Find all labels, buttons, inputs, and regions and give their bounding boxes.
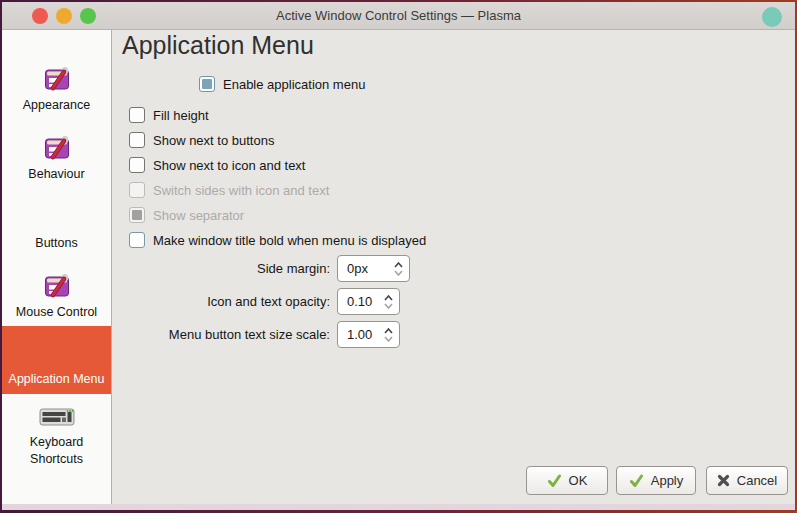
apply-button-label: Apply — [651, 473, 684, 488]
window-tool-icon — [42, 271, 72, 301]
menu-text-scale-label: Menu button text size scale: — [112, 327, 337, 342]
application-menu-panel: Application Menu Enable application menu… — [112, 30, 795, 504]
close-icon — [717, 474, 730, 487]
icon-text-opacity-label: Icon and text opacity: — [112, 294, 337, 309]
checkbox-fill-height[interactable]: Fill height — [129, 107, 209, 123]
window-content: Appearance Behaviour Bu — [2, 30, 795, 504]
sidebar-item-label: Behaviour — [28, 167, 84, 181]
spin-down-icon[interactable] — [384, 336, 393, 342]
checkbox-unchecked-icon[interactable] — [129, 232, 145, 248]
menu-text-scale-row: Menu button text size scale: 1.00 — [112, 321, 400, 348]
user-indicator-icon[interactable] — [762, 7, 782, 27]
checkbox-checked-icon[interactable] — [199, 76, 215, 92]
spin-up-icon[interactable] — [394, 262, 403, 268]
checkbox-unchecked-icon[interactable] — [129, 157, 145, 173]
checkbox-label: Enable application menu — [223, 77, 365, 92]
check-icon — [547, 474, 562, 488]
sidebar-item-keyboard-shortcuts[interactable]: Keyboard Shortcuts — [2, 406, 111, 468]
checkbox-unchecked-icon — [129, 182, 145, 198]
checkbox-unchecked-icon[interactable] — [129, 107, 145, 123]
side-margin-spinner[interactable]: 0px — [337, 255, 410, 282]
keyboard-icon — [39, 406, 75, 428]
sidebar: Appearance Behaviour Bu — [2, 30, 112, 504]
sidebar-item-label: Buttons — [35, 236, 77, 250]
icon-text-opacity-spinner[interactable]: 0.10 — [337, 288, 400, 315]
side-margin-label: Side margin: — [112, 261, 337, 276]
sidebar-item-mouse-control[interactable]: Mouse Control — [2, 271, 111, 319]
check-icon — [629, 474, 644, 488]
checkbox-show-separator-disabled: Show separator — [129, 207, 244, 223]
spin-down-icon[interactable] — [394, 270, 403, 276]
side-margin-row: Side margin: 0px — [112, 255, 410, 282]
spin-down-icon[interactable] — [384, 303, 393, 309]
sidebar-item-label: Application Menu — [2, 372, 111, 386]
spinner-buttons — [384, 328, 393, 342]
cancel-button[interactable]: Cancel — [706, 466, 788, 495]
sidebar-item-application-menu-selected[interactable]: Application Menu — [2, 326, 111, 394]
sidebar-item-buttons[interactable]: Buttons — [2, 236, 111, 250]
window-tool-icon — [42, 133, 72, 163]
icon-text-opacity-value[interactable]: 0.10 — [347, 294, 372, 309]
checkbox-label: Show next to icon and text — [153, 158, 305, 173]
checkbox-enable-application-menu[interactable]: Enable application menu — [199, 76, 365, 92]
checkbox-label: Fill height — [153, 108, 209, 123]
sidebar-item-label: Keyboard Shortcuts — [21, 434, 93, 468]
spinner-buttons — [394, 262, 403, 276]
checkbox-checked-icon — [129, 207, 145, 223]
checkbox-show-next-to-icon-and-text[interactable]: Show next to icon and text — [129, 157, 305, 173]
sidebar-item-label: Appearance — [23, 98, 90, 112]
menu-text-scale-spinner[interactable]: 1.00 — [337, 321, 400, 348]
sidebar-item-behaviour[interactable]: Behaviour — [2, 133, 111, 181]
checkbox-label: Show next to buttons — [153, 133, 274, 148]
checkbox-switch-sides-disabled: Switch sides with icon and text — [129, 182, 329, 198]
checkbox-label: Switch sides with icon and text — [153, 183, 329, 198]
settings-window: Active Window Control Settings — Plasma — [2, 2, 795, 504]
icon-text-opacity-row: Icon and text opacity: 0.10 — [112, 288, 400, 315]
spinner-buttons — [384, 295, 393, 309]
side-margin-value[interactable]: 0px — [347, 261, 368, 276]
sidebar-item-appearance[interactable]: Appearance — [2, 64, 111, 112]
checkbox-bold-window-title[interactable]: Make window title bold when menu is disp… — [129, 232, 426, 248]
sidebar-item-label: Mouse Control — [16, 305, 97, 319]
menu-text-scale-value[interactable]: 1.00 — [347, 327, 372, 342]
window-bottom-strip — [2, 504, 795, 510]
window-tool-icon — [42, 64, 72, 94]
window-title: Active Window Control Settings — Plasma — [2, 2, 795, 30]
spin-up-icon[interactable] — [384, 328, 393, 334]
checkbox-label: Make window title bold when menu is disp… — [153, 233, 426, 248]
apply-button[interactable]: Apply — [616, 466, 696, 495]
checkbox-label: Show separator — [153, 208, 244, 223]
checkbox-show-next-to-buttons[interactable]: Show next to buttons — [129, 132, 274, 148]
cancel-button-label: Cancel — [737, 473, 777, 488]
checkbox-unchecked-icon[interactable] — [129, 132, 145, 148]
page-title: Application Menu — [122, 31, 314, 60]
spin-up-icon[interactable] — [384, 295, 393, 301]
ok-button[interactable]: OK — [526, 466, 608, 495]
titlebar[interactable]: Active Window Control Settings — Plasma — [2, 2, 795, 30]
ok-button-label: OK — [569, 473, 588, 488]
